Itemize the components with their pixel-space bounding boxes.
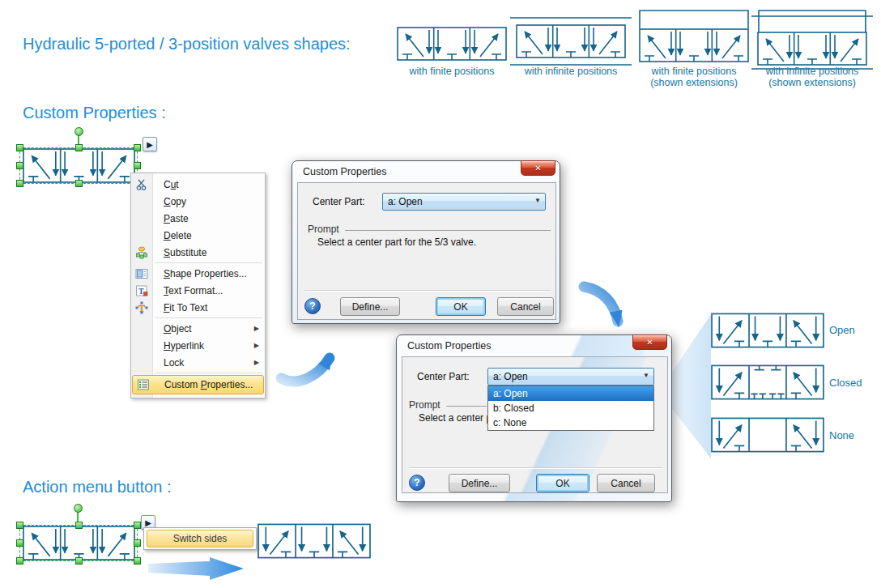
valve-gallery-label: with finite positions (shown extensions) xyxy=(624,66,764,88)
custom-properties-dialog: Custom Properties ✕ Center Part: a: Open… xyxy=(292,160,560,324)
close-icon: ✕ xyxy=(646,338,653,347)
center-part-label: Center Part: xyxy=(417,371,470,382)
menu-item-cut[interactable]: Cut xyxy=(131,176,265,193)
curved-arrow-menu-to-dialog xyxy=(271,336,360,397)
page-title: Hydraulic 5-ported / 3-position valves s… xyxy=(23,35,351,53)
fit-to-text-icon: T xyxy=(135,301,148,314)
chevron-down-icon: ▼ xyxy=(643,372,649,379)
menu-item-object[interactable]: Object ▶ xyxy=(131,320,265,337)
valve-open-shape xyxy=(711,313,824,348)
menu-item-hyperlink[interactable]: Hyperlink ▶ xyxy=(131,337,265,354)
selection-handle[interactable] xyxy=(16,522,23,529)
menu-separator xyxy=(155,317,262,318)
shape-properties-icon xyxy=(135,267,148,280)
center-part-dropdown[interactable]: a: Open ▼ xyxy=(382,193,546,211)
section-title-action-menu: Action menu button : xyxy=(23,478,171,496)
prompt-group-line xyxy=(345,230,551,231)
valve-gallery-label: with infinite positions xyxy=(507,66,635,77)
rotation-handle[interactable] xyxy=(74,504,83,513)
dropdown-list: a: Open b: Closed c: None xyxy=(487,386,654,431)
dropdown-option-c-none[interactable]: c: None xyxy=(488,415,653,430)
selection-handle[interactable] xyxy=(134,539,141,547)
selection-handle[interactable] xyxy=(134,162,141,169)
page: Hydraulic 5-ported / 3-position valves s… xyxy=(0,0,881,588)
scissors-icon xyxy=(135,178,148,191)
valve-infinite-positions-shape xyxy=(510,16,632,66)
section-title-custom-properties: Custom Properties : xyxy=(23,104,166,122)
menu-item-substitute[interactable]: Substitute xyxy=(131,244,265,261)
right-arrow xyxy=(148,556,247,582)
center-part-label: Center Part: xyxy=(313,196,365,207)
menu-item-text-format[interactable]: T Text Format... xyxy=(131,282,265,299)
help-button[interactable]: ? xyxy=(409,475,425,491)
dialog-body: Center Part: a: Open ▼ Prompt Select a c… xyxy=(297,182,556,320)
dropdown-option-b-closed[interactable]: b: Closed xyxy=(488,401,653,415)
context-menu: Cut Copy Paste Delete Substitute Shape P… xyxy=(130,173,266,398)
submenu-arrow-icon: ▶ xyxy=(254,359,259,366)
close-button[interactable]: ✕ xyxy=(632,334,667,350)
selection-handle[interactable] xyxy=(16,144,23,151)
valve-drawing[interactable] xyxy=(22,148,136,183)
close-icon: ✕ xyxy=(534,164,541,173)
valve-finite-extensions-shape xyxy=(639,10,749,63)
valve-none-label: None xyxy=(829,429,854,441)
menu-item-lock[interactable]: Lock ▶ xyxy=(131,354,265,371)
switch-sides-menu-item[interactable]: Switch sides xyxy=(147,530,253,548)
custom-properties-dialog-open: Custom Properties ✕ Center Part: a: Open… xyxy=(396,334,672,502)
menu-item-paste[interactable]: Paste xyxy=(131,210,265,227)
valve-finite-positions-shape xyxy=(397,27,507,61)
define-button[interactable]: Define... xyxy=(340,297,400,316)
selection-handle[interactable] xyxy=(134,144,141,151)
prompt-group-line xyxy=(446,406,487,407)
selection-handle[interactable] xyxy=(75,557,83,565)
close-button[interactable]: ✕ xyxy=(521,160,555,176)
selection-handle[interactable] xyxy=(75,144,83,151)
prompt-group-label: Prompt xyxy=(308,224,339,235)
selection-handle[interactable] xyxy=(16,162,23,169)
cancel-button[interactable]: Cancel xyxy=(497,297,554,316)
submenu-arrow-icon: ▶ xyxy=(254,342,259,349)
valve-switched-shape xyxy=(257,523,371,559)
substitute-icon xyxy=(135,246,148,259)
dropdown-option-a-open[interactable]: a: Open xyxy=(488,386,653,401)
help-icon: ? xyxy=(309,300,315,312)
rotation-handle[interactable] xyxy=(74,127,83,136)
action-menu-button[interactable]: ▶ xyxy=(143,137,157,151)
menu-item-shape-properties[interactable]: Shape Properties... xyxy=(131,265,265,282)
selection-handle[interactable] xyxy=(16,557,23,565)
define-button[interactable]: Define... xyxy=(449,474,510,492)
valve-gallery-label: with finite positions xyxy=(392,66,512,77)
dialog-separator xyxy=(409,467,662,469)
selection-handle[interactable] xyxy=(75,522,83,529)
selection-handle[interactable] xyxy=(75,180,83,187)
ok-button[interactable]: OK xyxy=(536,474,589,492)
menu-item-copy[interactable]: Copy xyxy=(131,193,265,210)
valve-drawing[interactable] xyxy=(22,526,136,560)
dialog-body: Center Part: a: Open ▼ Prompt Select a c… xyxy=(402,356,668,493)
ok-button[interactable]: OK xyxy=(436,297,486,316)
help-icon: ? xyxy=(414,477,419,488)
menu-item-custom-properties[interactable]: Custom Properties... xyxy=(132,375,264,394)
menu-item-delete[interactable]: Delete xyxy=(131,227,265,244)
cancel-button[interactable]: Cancel xyxy=(597,474,655,492)
menu-separator xyxy=(155,373,262,373)
menu-separator xyxy=(155,262,262,263)
center-part-dropdown[interactable]: a: Open ▼ xyxy=(487,368,654,386)
highlight-beam xyxy=(668,308,717,470)
text-format-icon: T xyxy=(135,284,148,297)
dialog-title: Custom Properties xyxy=(407,340,492,352)
play-icon: ▶ xyxy=(147,140,153,149)
submenu-arrow-icon: ▶ xyxy=(254,325,259,332)
prompt-text: Select a center part for the 5/3 valve. xyxy=(317,236,476,248)
menu-item-fit-to-text[interactable]: T Fit To Text xyxy=(131,299,265,316)
help-button[interactable]: ? xyxy=(304,298,321,314)
selection-handle[interactable] xyxy=(134,522,141,529)
custom-properties-icon xyxy=(137,378,150,391)
dialog-title: Custom Properties xyxy=(303,166,387,177)
svg-text:T: T xyxy=(138,287,144,296)
selection-handle[interactable] xyxy=(16,180,23,187)
prompt-group-label: Prompt xyxy=(409,399,440,411)
valve-closed-label: Closed xyxy=(829,377,862,389)
selection-handle[interactable] xyxy=(134,557,141,565)
selection-handle[interactable] xyxy=(16,539,23,547)
